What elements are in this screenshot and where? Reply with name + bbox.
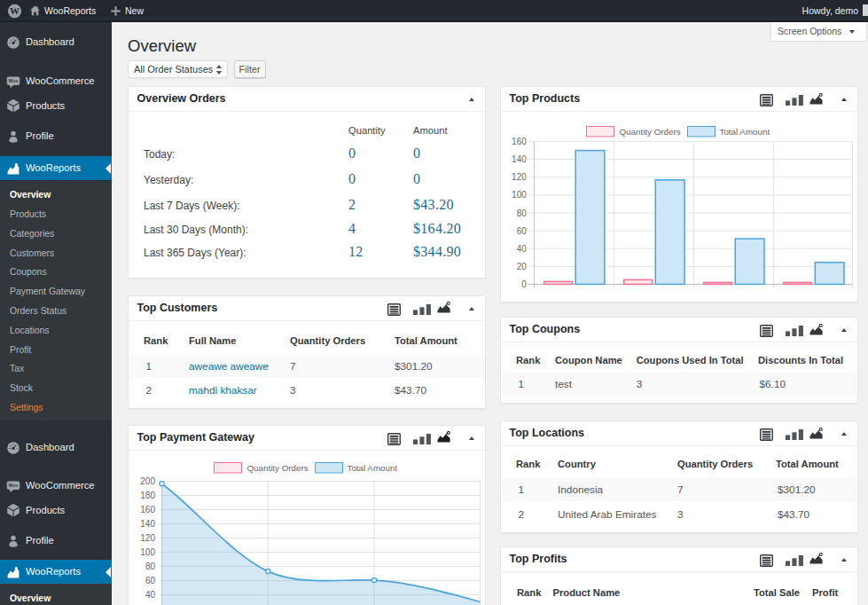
- svg-text:Quantity Orders: Quantity Orders: [619, 127, 680, 137]
- svg-text:60: 60: [516, 226, 527, 236]
- svg-text:Woo: Woo: [9, 78, 19, 83]
- svg-text:Quantity Orders: Quantity Orders: [246, 462, 308, 472]
- svg-text:Total Amount: Total Amount: [347, 462, 397, 472]
- svg-text:40: 40: [145, 590, 155, 600]
- svg-text:60: 60: [145, 576, 155, 585]
- svg-text:120: 120: [512, 172, 527, 182]
- svg-text:80: 80: [516, 208, 527, 218]
- svg-text:160: 160: [140, 505, 155, 515]
- svg-text:20: 20: [516, 262, 527, 271]
- svg-text:140: 140: [512, 154, 527, 164]
- svg-text:120: 120: [140, 533, 155, 543]
- svg-text:100: 100: [140, 547, 155, 557]
- svg-text:180: 180: [140, 491, 155, 500]
- svg-text:Total Amount: Total Amount: [719, 127, 770, 137]
- svg-text:80: 80: [145, 562, 155, 571]
- svg-text:40: 40: [516, 244, 527, 254]
- svg-text:140: 140: [140, 519, 155, 529]
- svg-text:W: W: [10, 5, 20, 16]
- svg-text:100: 100: [512, 190, 527, 200]
- svg-text:160: 160: [512, 137, 527, 146]
- svg-text:0: 0: [521, 279, 527, 289]
- svg-text:Woo: Woo: [9, 483, 19, 488]
- svg-text:200: 200: [140, 476, 155, 486]
